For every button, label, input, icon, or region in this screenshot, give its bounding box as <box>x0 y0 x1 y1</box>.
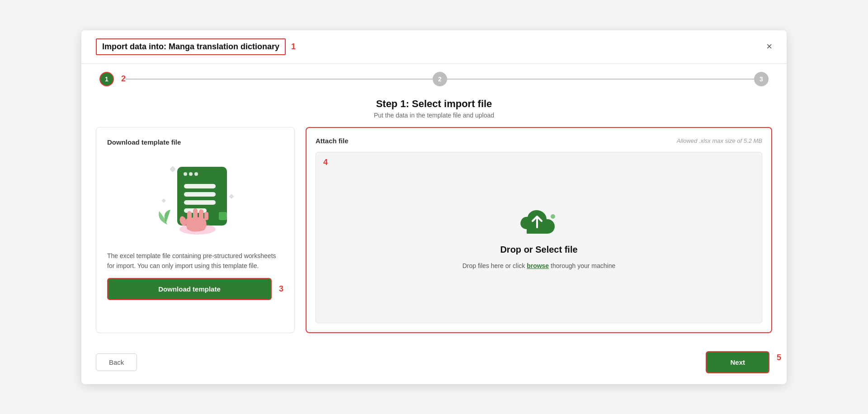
svg-rect-2 <box>229 194 234 199</box>
download-template-button[interactable]: Download template <box>107 278 272 300</box>
modal-footer: Back Next 5 <box>81 344 787 384</box>
attach-hint: Allowed .xlsx max size of 5.2 MB <box>677 137 762 144</box>
dropzone-sub-before: Drop files here or click <box>462 262 527 269</box>
dropzone-subtitle: Drop files here or click browse thorough… <box>462 262 616 269</box>
dropzone[interactable]: 4 Drop or Select file Drop files here or… <box>316 152 762 323</box>
step-line-1 <box>126 79 433 80</box>
import-modal: Import data into: Manga translation dict… <box>81 30 787 384</box>
modal-body: Download template file <box>81 127 787 344</box>
stepper: 1 2 2 3 <box>81 64 787 94</box>
modal-title: Import data into: Manga translation dict… <box>96 38 286 55</box>
browse-link[interactable]: browse <box>527 262 549 269</box>
svg-rect-12 <box>219 212 227 220</box>
step-2-circle: 2 <box>433 72 447 86</box>
template-illustration <box>146 158 245 239</box>
attach-title: Attach file <box>316 137 349 145</box>
illustration <box>107 153 283 244</box>
dropzone-title: Drop or Select file <box>500 245 577 255</box>
annotation-1: 1 <box>291 42 296 52</box>
next-wrapper: Next 5 <box>706 351 772 373</box>
annotation-5: 5 <box>777 353 781 362</box>
right-panel: Attach file Allowed .xlsx max size of 5.… <box>306 127 772 333</box>
svg-rect-15 <box>193 208 198 220</box>
attach-header: Attach file Allowed .xlsx max size of 5.… <box>316 137 762 145</box>
step-1-circle: 1 <box>99 72 114 86</box>
step-heading: Step 1: Select import file Put the data … <box>81 94 787 127</box>
step-3-circle: 3 <box>754 72 769 86</box>
annotation-4: 4 <box>323 158 328 167</box>
svg-point-7 <box>194 172 198 176</box>
svg-rect-3 <box>161 198 166 203</box>
step-line-2 <box>447 79 754 80</box>
upload-cloud-icon <box>519 206 559 237</box>
svg-point-6 <box>189 172 193 176</box>
annotation-2: 2 <box>121 74 126 84</box>
close-button[interactable]: × <box>766 42 772 52</box>
svg-rect-14 <box>187 211 192 221</box>
svg-rect-10 <box>184 200 216 205</box>
svg-rect-8 <box>184 184 216 188</box>
svg-point-5 <box>184 172 187 176</box>
step-title: Step 1: Select import file <box>81 98 787 110</box>
modal-header: Import data into: Manga translation dict… <box>81 30 787 64</box>
back-button[interactable]: Back <box>96 353 137 371</box>
svg-rect-9 <box>184 192 216 197</box>
svg-rect-16 <box>199 209 203 220</box>
panel-description: The excel template file containing pre-s… <box>107 251 283 271</box>
annotation-3: 3 <box>279 284 283 294</box>
dropzone-sub-after: thorough your machine <box>549 262 615 269</box>
next-button[interactable]: Next <box>706 351 769 373</box>
panel-title: Download template file <box>107 138 283 146</box>
svg-point-19 <box>551 214 555 219</box>
svg-rect-17 <box>204 212 208 220</box>
step-subtitle: Put the data in the template file and up… <box>81 112 787 119</box>
left-panel: Download template file <box>96 127 295 333</box>
svg-rect-1 <box>170 166 176 172</box>
